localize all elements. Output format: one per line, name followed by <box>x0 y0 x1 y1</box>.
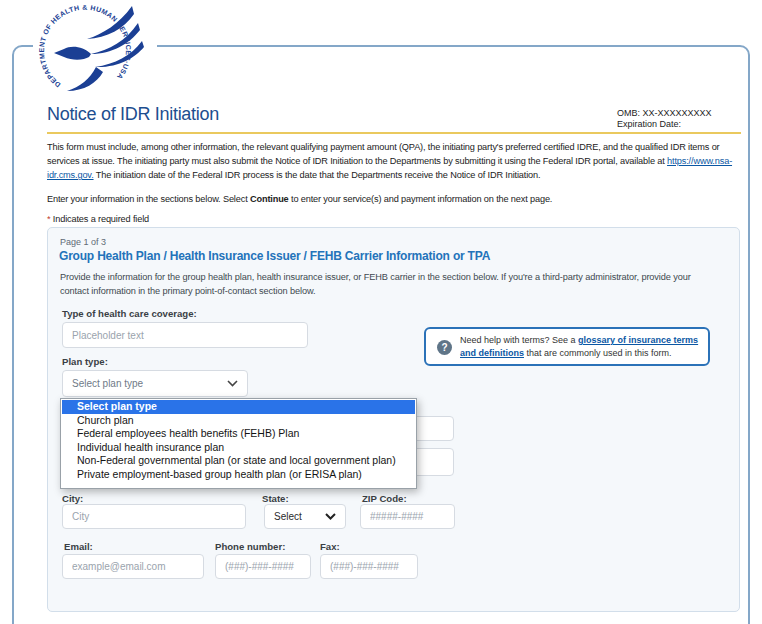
city-input[interactable] <box>62 504 246 529</box>
dropdown-option[interactable]: Individual health insurance plan <box>62 441 415 455</box>
phone-input[interactable] <box>215 554 311 579</box>
intro-paragraph: This form must include, among other info… <box>47 140 737 182</box>
instructions-text-2: to enter your service(s) and payment inf… <box>289 194 553 204</box>
fax-input[interactable] <box>320 554 418 579</box>
required-field-note: * Indicates a required field <box>47 212 149 226</box>
coverage-label: Type of health care coverage: <box>62 308 197 319</box>
state-select[interactable]: Select <box>264 504 346 529</box>
dropdown-option[interactable]: Private employment-based group health pl… <box>62 468 415 482</box>
continue-keyword: Continue <box>250 194 289 204</box>
page-indicator: Page 1 of 3 <box>60 237 106 247</box>
zip-input[interactable] <box>360 504 455 529</box>
plan-type-selected-value: Select plan type <box>72 378 143 389</box>
question-icon: ? <box>437 340 452 355</box>
email-label: Email: <box>64 541 93 552</box>
notice-of-idr-initiation-page: DEPARTMENT OF HEALTH & HUMAN SERVICES·US… <box>0 0 762 624</box>
plan-type-select[interactable]: Select plan type <box>62 370 248 397</box>
help-text: Need help with terms? See a glossary of … <box>460 334 700 359</box>
state-label: State: <box>262 493 289 504</box>
omb-expiration-date: Expiration Date: <box>617 119 712 130</box>
chevron-down-icon <box>227 380 238 387</box>
help-box: ? Need help with terms? See a glossary o… <box>424 327 710 366</box>
section-description: Provide the information for the group he… <box>60 271 708 298</box>
hhs-eagle-icon: DEPARTMENT OF HEALTH & HUMAN SERVICES·US… <box>33 0 157 99</box>
help-text-2: that are commonly used in this form. <box>524 348 672 358</box>
email-input[interactable] <box>62 554 204 579</box>
help-text-1: Need help with terms? See a <box>460 335 578 345</box>
dropdown-option[interactable]: Non-Federal governmental plan (or state … <box>62 454 415 468</box>
instructions-text-1: Enter your information in the sections b… <box>47 194 250 204</box>
intro-text-2: The initiation date of the Federal IDR p… <box>94 170 541 180</box>
state-selected-value: Select <box>274 511 302 522</box>
omb-number: OMB: XX-XXXXXXXXX <box>617 108 712 119</box>
section-heading: Group Health Plan / Health Insurance Iss… <box>59 249 490 263</box>
plan-type-listbox: Select plan typeChurch planFederal emplo… <box>60 398 417 489</box>
omb-block: OMB: XX-XXXXXXXXX Expiration Date: <box>617 108 712 130</box>
hhs-logo: DEPARTMENT OF HEALTH & HUMAN SERVICES·US… <box>33 0 157 99</box>
instructions-paragraph: Enter your information in the sections b… <box>47 192 737 206</box>
gold-divider <box>47 132 741 134</box>
fax-label: Fax: <box>320 541 340 552</box>
phone-label: Phone number: <box>215 541 285 552</box>
dropdown-option[interactable]: Federal employees health benefits (FEHB)… <box>62 427 415 441</box>
required-text: Indicates a required field <box>50 214 149 224</box>
city-label: City: <box>62 493 83 504</box>
zip-label: ZIP Code: <box>362 493 407 504</box>
section-panel: Page 1 of 3 Group Health Plan / Health I… <box>47 227 740 612</box>
plan-type-label: Plan type: <box>62 356 108 367</box>
page-title: Notice of IDR Initiation <box>47 104 219 125</box>
intro-text-1: This form must include, among other info… <box>47 142 720 166</box>
coverage-input[interactable] <box>62 322 308 348</box>
dropdown-option[interactable]: Select plan type <box>62 400 415 414</box>
dropdown-option[interactable]: Church plan <box>62 414 415 428</box>
chevron-down-icon <box>325 513 336 520</box>
